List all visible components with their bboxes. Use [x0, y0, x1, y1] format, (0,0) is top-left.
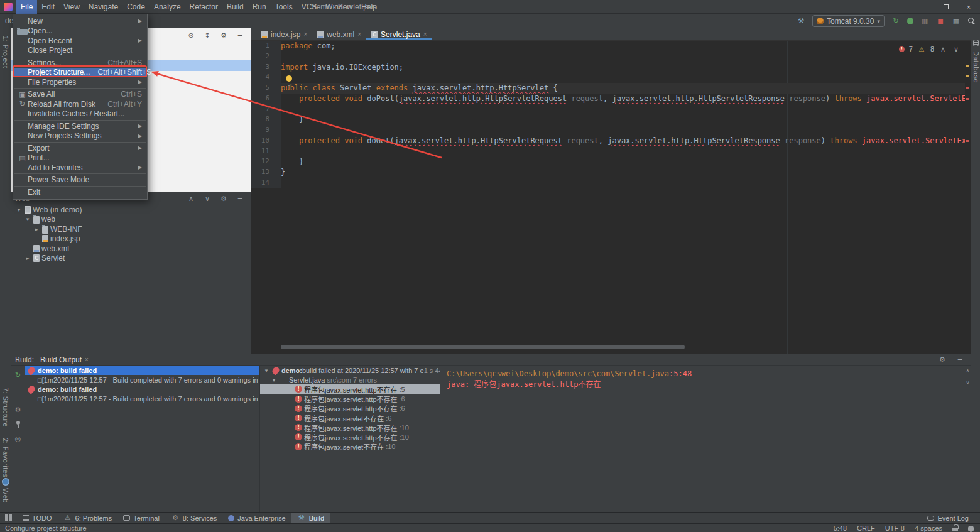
tree-item[interactable]: index.jsp — [11, 234, 251, 244]
error-stripe[interactable] — [965, 41, 971, 354]
build-tree-row[interactable]: ! 程序包javax.servlet.http不存在 :10 — [260, 423, 440, 432]
tool-window-tab[interactable]: ⚒ Build — [291, 513, 330, 523]
event-log-button[interactable]: Event Log — [927, 514, 969, 522]
tool-window-tab[interactable]: TODO — [17, 513, 58, 523]
rerun-icon[interactable]: ↻ — [891, 17, 900, 26]
collapse-all-icon[interactable]: ∧ — [187, 194, 195, 203]
status-widget[interactable]: CRLF — [857, 524, 875, 532]
menu-item[interactable]: Power Save Mode — [13, 175, 147, 185]
stripe-project-button[interactable]: 1: Project — [2, 36, 9, 68]
menu-item[interactable]: ▣ Save All Ctrl+S — [13, 90, 147, 100]
build-output-tab[interactable]: Build Output × — [40, 356, 89, 364]
chevron-up-icon[interactable]: ∧ — [939, 45, 947, 53]
bell-icon[interactable] — [968, 526, 974, 531]
gear-icon[interactable]: ⚙ — [219, 31, 228, 40]
close-icon[interactable]: × — [85, 356, 89, 363]
code-line[interactable]: 13 } — [251, 167, 965, 178]
expand-all-icon[interactable]: ∨ — [965, 380, 971, 386]
menu-item[interactable]: Add to Favorites ▶ — [13, 163, 147, 173]
pin-icon[interactable] — [15, 421, 21, 427]
stripe-database-button[interactable]: Database — [972, 51, 980, 83]
close-icon[interactable]: × — [357, 31, 361, 38]
menu-item[interactable]: Export ▶ — [13, 143, 147, 153]
menubar-item[interactable]: Build — [222, 0, 248, 14]
warning-stripe-mark[interactable] — [966, 75, 969, 77]
menu-item[interactable]: Open Recent ▶ — [13, 36, 147, 46]
code-line[interactable]: 4 — [251, 72, 965, 83]
menu-item[interactable]: Exit — [13, 187, 147, 197]
build-tree-row[interactable]: ! 程序包javax.servlet.http不存在 :5 — [260, 384, 440, 394]
layout-icon[interactable]: ▦ — [952, 17, 961, 26]
build-tree-row[interactable]: ▾ demo: build failed at 2020/11/25 12:57… — [260, 366, 440, 375]
menubar-item[interactable]: Tools — [271, 0, 297, 14]
build-tree-row[interactable]: ! 程序包javax.servlet不存在 :6 — [260, 413, 440, 423]
menubar-item[interactable]: Run — [248, 0, 271, 14]
menu-item[interactable]: File Properties ▶ — [13, 77, 147, 87]
gear-icon[interactable]: ⚙ — [219, 194, 228, 203]
tree-item[interactable]: ▸ C Servlet — [11, 254, 251, 264]
status-widget[interactable]: UTF-8 — [885, 524, 905, 532]
tree-item[interactable]: ▾ web — [11, 215, 251, 225]
menubar-item[interactable]: File — [16, 0, 37, 14]
stripe-favorites-button[interactable]: 2: Favorites — [2, 438, 9, 477]
tool-windows-icon[interactable] — [5, 514, 12, 521]
gear-icon[interactable]: ⚙ — [938, 356, 947, 364]
file-link-location[interactable]: :5:48 — [669, 369, 692, 378]
tool-window-tab[interactable]: Terminal — [117, 513, 165, 523]
status-widget[interactable]: 5:48 — [834, 524, 847, 532]
menubar-item[interactable]: View — [59, 0, 84, 14]
menu-item[interactable]: Close Project — [13, 46, 147, 56]
search-icon[interactable] — [967, 17, 976, 26]
tree-item[interactable]: ▸ WEB-INF — [11, 224, 251, 234]
close-icon[interactable]: × — [423, 31, 427, 38]
build-output-console[interactable]: C:\Users\qcswei\Desktop\demo\src\com\Ser… — [440, 366, 965, 512]
error-stripe-mark[interactable] — [966, 140, 969, 142]
tool-window-tab[interactable]: ⚙ 8: Services — [165, 513, 222, 523]
hammer-icon[interactable]: ⚒ — [797, 17, 805, 26]
code-area[interactable]: 1 package com; 2 3 import java.io.IOExce… — [251, 41, 965, 354]
hide-icon[interactable]: − — [236, 31, 244, 40]
build-tree-row[interactable]: ! 程序包javax.servlet.http不存在 :6 — [260, 394, 440, 404]
code-line[interactable]: 12 } — [251, 156, 965, 167]
menu-item[interactable]: Project Structure... Ctrl+Alt+Shift+S — [13, 68, 147, 78]
build-session-row[interactable]: □[1m2020/11/25 12:57 - Build completed w… — [25, 394, 259, 404]
build-session-row[interactable]: demo: build failed — [25, 366, 259, 375]
code-line[interactable]: 1 package com; — [251, 41, 965, 52]
menu-item[interactable]: ▤ Print... — [13, 153, 147, 163]
code-line[interactable]: 9 — [251, 125, 965, 136]
build-tree-row[interactable]: ! 程序包javax.servlet.http不存在 :10 — [260, 432, 440, 442]
build-tree-row[interactable]: ! 程序包javax.servlet.http不存在 :6 — [260, 404, 440, 413]
code-line[interactable]: 7 — [251, 104, 965, 115]
menu-item[interactable]: New ▶ — [13, 16, 147, 26]
database-icon[interactable] — [973, 40, 979, 46]
menu-item[interactable]: New Projects Settings ▶ — [13, 131, 147, 141]
menubar-item[interactable]: Edit — [37, 0, 59, 14]
code-line[interactable]: 2 — [251, 52, 965, 62]
tree-item[interactable]: web.xml — [11, 244, 251, 254]
error-stripe-mark[interactable] — [966, 98, 969, 100]
stripe-structure-button[interactable]: 7: Structure — [2, 388, 9, 427]
build-session-row[interactable]: □[1m2020/11/25 12:57 - Build completed w… — [25, 375, 259, 384]
stop-icon[interactable]: ■ — [936, 17, 945, 26]
code-line[interactable]: 11 — [251, 146, 965, 157]
menu-item[interactable]: Settings... Ctrl+Alt+S — [13, 58, 147, 68]
run-configuration-select[interactable]: Tomcat 9.0.30 ▾ — [812, 15, 885, 27]
code-line[interactable]: 3 import java.io.IOException; — [251, 62, 965, 73]
chevron-down-icon[interactable]: ∨ — [952, 45, 961, 53]
collapse-all-icon[interactable]: ∧ — [965, 368, 971, 374]
menubar-item[interactable]: Code — [122, 0, 150, 14]
file-link-path[interactable]: C:\Users\qcswei\Desktop\demo\src\com\Ser… — [447, 369, 669, 378]
code-line[interactable]: 10 protected void doGet(javax.servlet.ht… — [251, 136, 965, 146]
tool-window-tab[interactable]: ⚠ 6: Problems — [58, 513, 118, 523]
menubar-item[interactable]: Refactor — [185, 0, 222, 14]
menu-item[interactable]: Invalidate Caches / Restart... — [13, 109, 147, 119]
warning-stripe-mark[interactable] — [966, 65, 969, 67]
error-stripe-mark[interactable] — [966, 87, 969, 89]
close-button[interactable]: × — [957, 0, 980, 14]
lock-icon[interactable] — [952, 524, 958, 531]
editor-tab[interactable]: web.xml × — [312, 28, 366, 40]
menubar-item[interactable]: Analyze — [150, 0, 185, 14]
horizontal-scrollbar[interactable] — [281, 345, 685, 349]
build-session-row[interactable]: demo: build failed — [25, 384, 259, 394]
minimize-button[interactable]: — — [912, 0, 935, 14]
